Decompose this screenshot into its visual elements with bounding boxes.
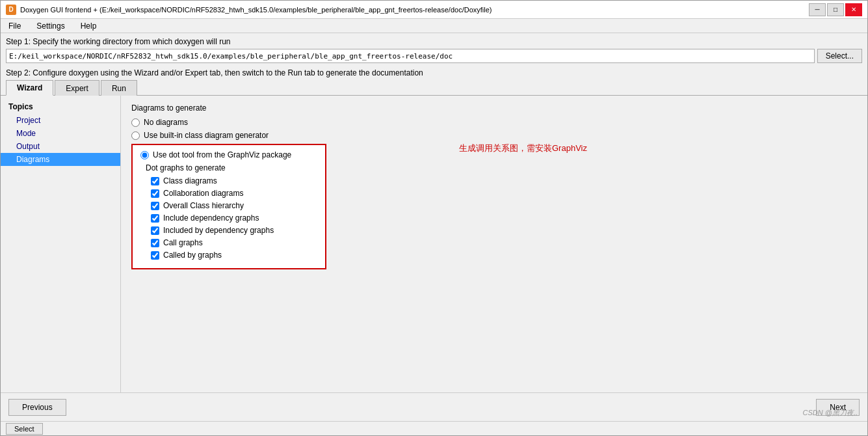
status-bar: Select — [1, 421, 867, 435]
checkbox-call-graphs: Call graphs — [151, 238, 317, 247]
checkbox-include-dep: Include dependency graphs — [151, 213, 317, 223]
tab-run[interactable]: Run — [101, 80, 137, 96]
select-dir-button[interactable]: Select... — [817, 49, 862, 63]
checkbox-called-by-input[interactable] — [151, 251, 159, 260]
checkbox-call-graphs-label: Call graphs — [163, 238, 203, 247]
checkbox-collaboration-label: Collaboration diagrams — [163, 189, 243, 198]
tab-wizard[interactable]: Wizard — [6, 80, 53, 96]
step2-label: Step 2: Configure doxygen using the Wiza… — [1, 66, 867, 80]
checkbox-collaboration-input[interactable] — [151, 189, 159, 198]
window-title: Doxygen GUI frontend + (E:/keil_workspac… — [20, 6, 805, 14]
menu-bar: File Settings Help — [1, 19, 867, 33]
checkbox-included-by-label: Included by dependency graphs — [163, 226, 274, 235]
diagrams-section-title: Diagrams to generate — [131, 103, 857, 113]
checkbox-included-by-input[interactable] — [151, 226, 159, 235]
sidebar-item-output[interactable]: Output — [1, 140, 120, 153]
bottom-bar: Previous Next — [1, 392, 867, 421]
maximize-button[interactable]: □ — [827, 3, 844, 16]
sidebar-section-label: Topics — [1, 101, 120, 113]
sidebar: Topics Project Mode Output Diagrams — [1, 96, 121, 392]
checkbox-overall-class-label: Overall Class hierarchy — [163, 201, 244, 210]
dot-tool-box: Use dot tool from the GraphViz package D… — [131, 144, 326, 269]
select-status-button[interactable]: Select — [6, 423, 43, 435]
dot-box-header: Use dot tool from the GraphViz package — [140, 150, 317, 159]
sidebar-item-mode[interactable]: Mode — [1, 127, 120, 140]
sidebar-item-diagrams[interactable]: Diagrams — [1, 153, 120, 166]
checkbox-included-by: Included by dependency graphs — [151, 226, 317, 235]
dot-graphs-label: Dot graphs to generate — [146, 163, 317, 172]
minimize-button[interactable]: ─ — [809, 3, 826, 16]
close-button[interactable]: ✕ — [845, 3, 862, 16]
checkbox-called-by-label: Called by graphs — [163, 251, 222, 260]
title-bar: D Doxygen GUI frontend + (E:/keil_worksp… — [1, 1, 867, 19]
tab-expert[interactable]: Expert — [55, 80, 99, 96]
radio-builtin-label: Use built-in class diagram generator — [144, 131, 269, 140]
checkbox-class-diagrams-input[interactable] — [151, 177, 159, 185]
main-window: D Doxygen GUI frontend + (E:/keil_worksp… — [0, 0, 868, 436]
checkbox-class-diagrams: Class diagrams — [151, 176, 317, 185]
annotation-chinese: 生成调用关系图，需安装GraphViz — [459, 143, 587, 154]
window-controls: ─ □ ✕ — [809, 3, 862, 16]
app-icon: D — [6, 5, 16, 15]
menu-help[interactable]: Help — [75, 20, 102, 32]
checkbox-collaboration: Collaboration diagrams — [151, 189, 317, 198]
previous-button[interactable]: Previous — [8, 399, 66, 416]
radio-no-diagrams-input[interactable] — [131, 118, 140, 127]
radio-no-diagrams-label: No diagrams — [144, 118, 188, 127]
checkbox-overall-class: Overall Class hierarchy — [151, 201, 317, 210]
checkbox-include-dep-label: Include dependency graphs — [163, 213, 259, 223]
menu-file[interactable]: File — [3, 20, 26, 32]
menu-settings[interactable]: Settings — [31, 20, 70, 32]
step1-row: Select... — [6, 49, 862, 63]
radio-builtin-input[interactable] — [131, 131, 140, 140]
checkbox-call-graphs-input[interactable] — [151, 239, 159, 247]
radio-dot-tool-input[interactable] — [140, 151, 149, 159]
radio-dot-tool-label: Use dot tool from the GraphViz package — [153, 150, 291, 159]
radio-no-diagrams: No diagrams — [131, 118, 857, 127]
working-dir-input[interactable] — [6, 49, 815, 63]
right-panel: Diagrams to generate No diagrams Use bui… — [121, 96, 867, 392]
checkbox-include-dep-input[interactable] — [151, 214, 159, 223]
sidebar-item-project[interactable]: Project — [1, 114, 120, 127]
step1-area: Step 1: Specify the working directory fr… — [1, 33, 867, 66]
step1-label: Step 1: Specify the working directory fr… — [6, 37, 862, 46]
checkbox-overall-class-input[interactable] — [151, 202, 159, 210]
checkbox-called-by: Called by graphs — [151, 251, 317, 260]
csdn-watermark: CSDN @黑刀夜.. — [802, 408, 858, 418]
radio-builtin: Use built-in class diagram generator — [131, 131, 857, 140]
main-content: Topics Project Mode Output Diagrams Diag… — [1, 96, 867, 392]
checkbox-class-diagrams-label: Class diagrams — [163, 176, 217, 185]
tabs-bar: Wizard Expert Run — [1, 80, 867, 96]
